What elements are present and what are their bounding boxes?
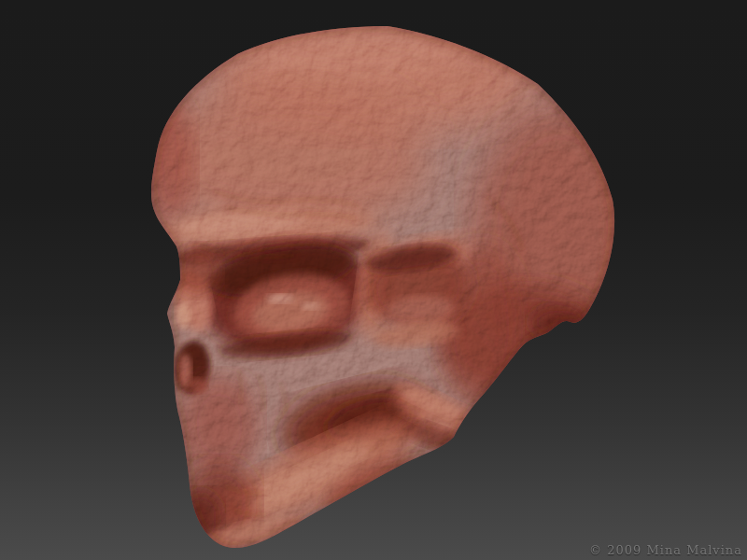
copyright-watermark: © 2009 Mina Malvina xyxy=(589,543,742,557)
render-canvas: © 2009 Mina Malvina xyxy=(0,0,747,560)
skull-render xyxy=(0,0,747,560)
